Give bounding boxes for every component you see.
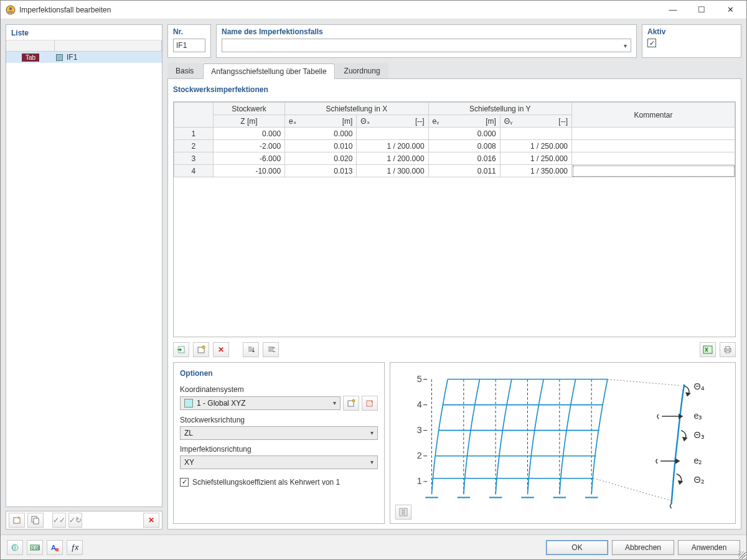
tab-assignment[interactable]: Zuordnung bbox=[336, 63, 388, 78]
imp-dir-label: Imperfektionsrichtung bbox=[180, 445, 378, 454]
imperfection-table[interactable]: Stockwerk Schiefstellung in X Schiefstel… bbox=[174, 102, 735, 177]
list-item[interactable]: Tab IF1 bbox=[6, 52, 162, 63]
maximize-icon[interactable]: ☐ bbox=[693, 5, 710, 14]
svg-text:Θ₂: Θ₂ bbox=[694, 474, 705, 484]
svg-point-13 bbox=[352, 399, 355, 402]
item-color-icon bbox=[56, 54, 63, 61]
svg-text:2: 2 bbox=[417, 450, 422, 460]
sort-updown-button[interactable] bbox=[263, 342, 279, 357]
aktiv-checkbox[interactable]: ✓ bbox=[647, 39, 656, 47]
excel-export-button[interactable] bbox=[700, 342, 716, 357]
app-icon bbox=[6, 5, 16, 15]
window-title: Imperfektionsfall bearbeiten bbox=[19, 6, 664, 14]
reciprocal-label: Schiefstellungskoeffizient als Kehrwert … bbox=[192, 478, 340, 487]
svg-rect-10 bbox=[726, 347, 730, 349]
svg-text:0.00: 0.00 bbox=[32, 546, 40, 550]
apply-button[interactable]: Anwenden bbox=[678, 540, 740, 555]
tab-chip: Tab bbox=[22, 54, 39, 62]
col-thetax: Θₓ[--] bbox=[357, 115, 428, 128]
new-row-button[interactable] bbox=[193, 342, 209, 357]
edit-coord-button[interactable] bbox=[362, 396, 378, 411]
col-z: Z [m] bbox=[213, 115, 284, 128]
svg-point-1 bbox=[9, 7, 12, 9]
col-schief-x: Schiefstellung in X bbox=[285, 103, 428, 115]
diagram-settings-button[interactable] bbox=[395, 505, 411, 520]
svg-text:e₃: e₃ bbox=[694, 411, 703, 421]
svg-rect-11 bbox=[726, 351, 730, 353]
col-thetay: Θᵧ[--] bbox=[500, 115, 571, 128]
new-item-button[interactable] bbox=[9, 513, 25, 528]
svg-text:4: 4 bbox=[417, 399, 422, 409]
imperfection-diagram: 54321 bbox=[397, 366, 729, 520]
col-ey: eᵧ[m] bbox=[428, 115, 500, 128]
ok-button[interactable]: OK bbox=[546, 540, 608, 555]
tab-table[interactable]: Anfangsschiefstellung über Tabelle bbox=[203, 63, 334, 79]
minimize-icon[interactable]: ― bbox=[664, 5, 682, 14]
close-icon[interactable]: ✕ bbox=[721, 5, 739, 14]
list-item-label: IF1 bbox=[67, 53, 77, 62]
cancel-button[interactable]: Abbrechen bbox=[612, 540, 674, 555]
coord-color-icon bbox=[184, 399, 193, 408]
svg-rect-8 bbox=[703, 346, 712, 353]
delete-item-button[interactable]: ✕ bbox=[143, 513, 159, 528]
imp-dir-combo[interactable]: XY▾ bbox=[180, 455, 378, 469]
svg-rect-2 bbox=[14, 518, 20, 523]
diagram-box: 54321 bbox=[390, 362, 736, 524]
nr-input[interactable]: IF1 bbox=[173, 39, 205, 52]
aktiv-label: Aktiv bbox=[647, 27, 736, 36]
footer: 0.00 A ƒx OK Abbrechen Anwenden bbox=[1, 534, 746, 559]
svg-text:5: 5 bbox=[417, 373, 422, 383]
chevron-down-icon: ▾ bbox=[370, 429, 374, 436]
svg-line-43 bbox=[593, 478, 671, 500]
refresh-check-button[interactable]: ✓↻ bbox=[68, 513, 82, 528]
col-kommentar: Kommentar bbox=[572, 103, 735, 128]
new-coord-button[interactable] bbox=[343, 396, 359, 411]
font-button[interactable]: A bbox=[47, 540, 63, 555]
table-row[interactable]: 4-10.0000.0131 / 300.0000.0111 / 350.000 bbox=[174, 165, 735, 177]
svg-text:e₂: e₂ bbox=[694, 455, 703, 465]
delete-row-button[interactable]: ✕ bbox=[213, 342, 229, 357]
list-toolbar: ✓✓ ✓↻ ✕ bbox=[6, 511, 162, 530]
table-row[interactable]: 10.0000.0000.000 bbox=[174, 128, 735, 140]
svg-point-7 bbox=[202, 345, 205, 348]
svg-text:A: A bbox=[51, 544, 56, 551]
coord-combo[interactable]: 1 - Global XYZ ▾ bbox=[180, 396, 341, 410]
nr-label: Nr. bbox=[173, 27, 205, 36]
tab-basis[interactable]: Basis bbox=[167, 63, 202, 78]
coord-label: Koordinatensystem bbox=[180, 385, 378, 394]
list-header: Liste bbox=[6, 25, 162, 40]
reciprocal-checkbox[interactable]: ✓ bbox=[180, 478, 189, 487]
svg-line-42 bbox=[608, 379, 681, 385]
table-row[interactable]: 2-2.0000.0101 / 200.0000.0081 / 250.000 bbox=[174, 140, 735, 152]
check-all-button[interactable]: ✓✓ bbox=[52, 513, 66, 528]
svg-text:1: 1 bbox=[417, 475, 422, 485]
titlebar: Imperfektionsfall bearbeiten ― ☐ ✕ bbox=[1, 1, 746, 19]
table-row[interactable]: 3-6.0000.0201 / 200.0000.0161 / 250.000 bbox=[174, 152, 735, 165]
dialog-window: Imperfektionsfall bearbeiten ― ☐ ✕ Liste… bbox=[0, 0, 747, 560]
fx-button[interactable]: ƒx bbox=[67, 540, 83, 555]
col-schief-y: Schiefstellung in Y bbox=[428, 103, 571, 115]
storey-dir-combo[interactable]: ZL▾ bbox=[180, 426, 378, 440]
list-body: Tab IF1 bbox=[6, 40, 162, 506]
svg-text:3: 3 bbox=[417, 424, 422, 434]
import-button[interactable] bbox=[173, 342, 189, 357]
col-ex: eₓ[m] bbox=[285, 115, 357, 128]
chevron-down-icon: ▾ bbox=[370, 459, 374, 465]
svg-text:Θ₃: Θ₃ bbox=[694, 430, 705, 440]
tabs: Basis Anfangsschiefstellung über Tabelle… bbox=[167, 63, 741, 79]
name-label: Name des Imperfektionsfalls bbox=[222, 27, 631, 36]
print-button[interactable] bbox=[720, 342, 736, 357]
col-stockwerk: Stockwerk bbox=[213, 103, 284, 115]
help-button[interactable] bbox=[7, 540, 23, 555]
chevron-down-icon: ▾ bbox=[333, 399, 336, 406]
storey-dir-label: Stockwerksrichtung bbox=[180, 416, 378, 424]
options-header: Optionen bbox=[180, 368, 378, 380]
name-combo[interactable]: ▾ bbox=[222, 39, 631, 52]
units-button[interactable]: 0.00 bbox=[27, 540, 43, 555]
svg-rect-57 bbox=[55, 548, 59, 551]
sort-down-button[interactable] bbox=[243, 342, 259, 357]
svg-rect-4 bbox=[34, 518, 39, 524]
copy-item-button[interactable] bbox=[27, 513, 44, 528]
resize-grip[interactable] bbox=[738, 551, 746, 559]
options-box: Optionen Koordinatensystem 1 - Global XY… bbox=[173, 362, 385, 524]
